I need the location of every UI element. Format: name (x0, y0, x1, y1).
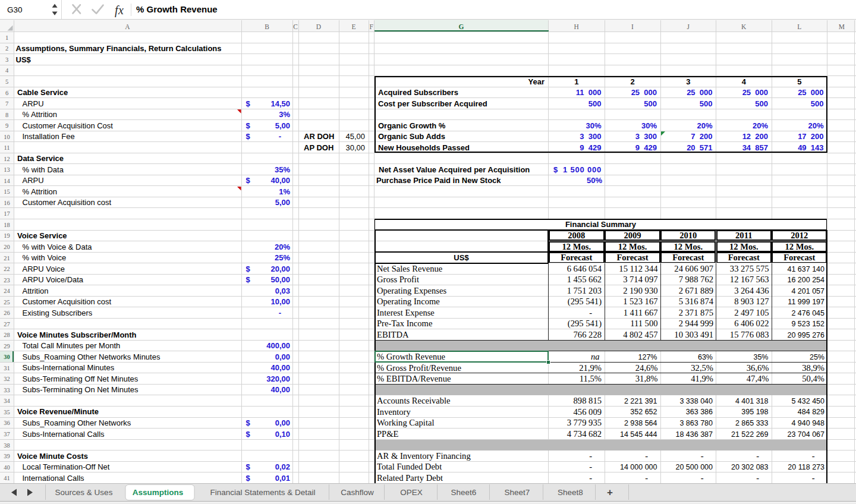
svg-text:Subs_Roaming Other Networks: Subs_Roaming Other Networks (23, 418, 131, 427)
svg-text:352 652: 352 652 (630, 408, 657, 416)
svg-text:Customer Acquisition Cost: Customer Acquisition Cost (23, 121, 114, 130)
svg-text:5: 5 (5, 78, 8, 85)
svg-text:3 779 935: 3 779 935 (567, 418, 602, 427)
svg-text:na: na (591, 352, 600, 361)
svg-text:Cable Service: Cable Service (17, 88, 68, 97)
svg-text:Forecast: Forecast (672, 253, 704, 262)
svg-text:-: - (279, 308, 281, 317)
svg-text:38,9%: 38,9% (802, 363, 824, 373)
svg-text:24: 24 (4, 288, 10, 294)
svg-text:35: 35 (4, 409, 10, 415)
svg-text:US$: US$ (454, 253, 469, 262)
svg-text:Customer Acquisition cost: Customer Acquisition cost (23, 198, 112, 207)
svg-text:AR DOH: AR DOH (304, 132, 334, 141)
svg-text:40,00: 40,00 (270, 385, 290, 394)
svg-text:1 523 167: 1 523 167 (623, 297, 657, 306)
svg-text:21: 21 (4, 255, 10, 262)
svg-text:$: $ (246, 99, 251, 108)
svg-text:17 200: 17 200 (798, 132, 823, 141)
svg-text:Data Service: Data Service (17, 154, 64, 163)
svg-text:7: 7 (5, 100, 8, 107)
svg-text:50,4%: 50,4% (802, 374, 824, 383)
svg-text:363 386: 363 386 (686, 408, 713, 416)
svg-text:Financial Statements & Detail: Financial Statements & Detail (210, 488, 315, 497)
svg-text:500: 500 (588, 99, 602, 108)
svg-text:2 944 999: 2 944 999 (679, 319, 713, 328)
svg-text:Net Sales Revenue: Net Sales Revenue (377, 264, 442, 273)
svg-text:38: 38 (4, 442, 10, 449)
svg-text:14: 14 (4, 178, 10, 184)
svg-text:2 497 105: 2 497 105 (734, 308, 769, 317)
svg-text:0,00: 0,00 (275, 352, 290, 361)
svg-text:11 999 197: 11 999 197 (788, 298, 824, 306)
svg-text:Interest Expense: Interest Expense (377, 308, 435, 317)
svg-text:5 316 874: 5 316 874 (679, 297, 714, 306)
svg-text:PP&E: PP&E (377, 429, 399, 439)
svg-text:Sheet7: Sheet7 (505, 488, 530, 497)
svg-text:21,9%: 21,9% (579, 363, 602, 373)
svg-text:Accounts Receivable: Accounts Receivable (377, 396, 451, 405)
svg-text:41,9%: 41,9% (691, 374, 713, 383)
svg-text:G30: G30 (7, 5, 23, 14)
svg-text:Subs_Roaming Other Networks Mi: Subs_Roaming Other Networks Minutes (23, 352, 160, 361)
svg-text:6 646 054: 6 646 054 (567, 264, 602, 273)
svg-text:US$: US$ (16, 55, 32, 64)
svg-text:% EBITDA/Revenue: % EBITDA/Revenue (377, 374, 451, 383)
svg-text:ARPU: ARPU (23, 176, 44, 185)
svg-text:8 903 127: 8 903 127 (734, 297, 769, 306)
svg-text:Total Call Minutes per Month: Total Call Minutes per Month (23, 341, 121, 350)
svg-text:4: 4 (742, 77, 747, 86)
svg-text:12: 12 (4, 156, 10, 162)
svg-text:766 228: 766 228 (574, 330, 602, 339)
svg-text:Cashflow: Cashflow (341, 488, 374, 497)
svg-text:$: $ (246, 264, 251, 273)
svg-text:28: 28 (4, 332, 10, 338)
svg-text:Organic Growth %: Organic Growth % (378, 121, 446, 130)
svg-text:49 143: 49 143 (798, 143, 823, 152)
svg-text:12 Mos.: 12 Mos. (785, 242, 814, 251)
svg-text:-: - (589, 473, 592, 483)
svg-text:20 995 276: 20 995 276 (787, 331, 824, 339)
svg-text:3: 3 (5, 56, 8, 63)
svg-text:1 455 662: 1 455 662 (567, 275, 602, 284)
svg-text:Sheet8: Sheet8 (558, 488, 583, 497)
svg-text:2011: 2011 (735, 231, 752, 240)
svg-text:1 411 667: 1 411 667 (624, 308, 658, 317)
svg-text:9 523 152: 9 523 152 (791, 320, 824, 328)
svg-text:1 751 203: 1 751 203 (567, 286, 602, 295)
svg-text:Organic Sub Adds: Organic Sub Adds (378, 132, 445, 141)
svg-text:Sheet6: Sheet6 (451, 488, 477, 497)
svg-text:16 200 254: 16 200 254 (787, 276, 824, 284)
svg-text:25 000: 25 000 (798, 88, 823, 97)
svg-text:% Attrition: % Attrition (23, 187, 58, 196)
svg-text:Assumptions, Summary Financial: Assumptions, Summary Financials, Return … (16, 44, 222, 53)
svg-text:2 190 930: 2 190 930 (623, 286, 657, 295)
svg-text:-: - (701, 473, 704, 483)
svg-text:ARPU Voice/Data: ARPU Voice/Data (23, 275, 84, 284)
svg-text:Working Capital: Working Capital (377, 418, 435, 427)
svg-text:Inventory: Inventory (377, 407, 411, 417)
svg-text:% Attrition: % Attrition (23, 110, 58, 119)
svg-text:Subs-Terminating On Net Minute: Subs-Terminating On Net Minutes (23, 385, 139, 394)
svg-text:L: L (797, 23, 801, 30)
svg-text:Related Party Debt: Related Party Debt (377, 473, 443, 483)
svg-text:32,5%: 32,5% (691, 363, 713, 373)
svg-text:Subs-International Minutes: Subs-International Minutes (23, 363, 115, 372)
svg-text:13: 13 (4, 166, 10, 173)
svg-text:2 865 333: 2 865 333 (735, 419, 769, 427)
svg-text:19: 19 (4, 232, 10, 239)
svg-text:14 000 000: 14 000 000 (620, 463, 657, 471)
svg-text:OPEX: OPEX (400, 488, 423, 497)
svg-text:Operating Expenses: Operating Expenses (377, 286, 446, 295)
svg-text:3 714 097: 3 714 097 (623, 275, 657, 284)
svg-text:15: 15 (4, 188, 10, 195)
svg-text:41: 41 (4, 475, 10, 481)
svg-text:5: 5 (797, 77, 801, 86)
svg-text:2: 2 (5, 45, 8, 52)
svg-text:-: - (589, 308, 592, 317)
svg-text:10: 10 (4, 134, 10, 140)
svg-text:Total Funded Debt: Total Funded Debt (377, 462, 442, 471)
svg-text:5 432 450: 5 432 450 (791, 397, 824, 405)
svg-text:18 436 387: 18 436 387 (675, 430, 713, 439)
svg-text:2012: 2012 (791, 231, 808, 240)
